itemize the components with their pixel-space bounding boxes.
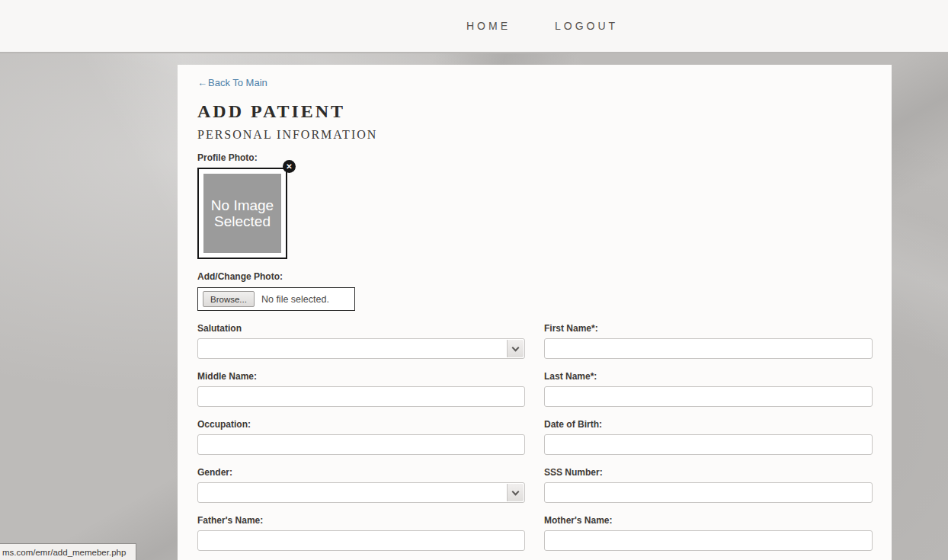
date-of-birth-input[interactable]: [544, 434, 873, 455]
fathers-name-field: Father's Name:: [197, 515, 525, 551]
file-status-text: No file selected.: [261, 294, 329, 305]
browser-status-bar: ms.com/emr/add_memeber.php: [0, 543, 136, 560]
nav-home-link[interactable]: HOME: [466, 20, 511, 32]
profile-photo-block: Profile Photo: No Image Selected ✕: [197, 152, 304, 259]
chevron-down-icon[interactable]: [507, 340, 524, 357]
sss-number-label: SSS Number:: [544, 467, 873, 478]
top-navbar: HOME LOGOUT: [0, 0, 948, 53]
mothers-name-field: Mother's Name:: [544, 515, 873, 551]
main-content-panel: ← Back To Main ADD PATIENT PERSONAL INFO…: [178, 65, 892, 560]
nav-menu: HOME LOGOUT: [0, 20, 618, 32]
back-arrow-icon: ←: [197, 77, 207, 88]
last-name-input[interactable]: [544, 386, 873, 407]
salutation-label: Salutation: [197, 323, 525, 334]
chevron-down-icon[interactable]: [507, 484, 524, 501]
salutation-field: Salutation: [197, 323, 525, 359]
personal-info-form: Salutation First Name*: Middle Name: Las…: [197, 323, 873, 551]
last-name-field: Last Name*:: [544, 371, 873, 407]
occupation-field: Occupation:: [197, 419, 525, 455]
middle-name-label: Middle Name:: [197, 371, 525, 382]
page-title: ADD PATIENT: [197, 101, 873, 122]
mothers-name-label: Mother's Name:: [544, 515, 873, 526]
occupation-label: Occupation:: [197, 419, 525, 430]
first-name-input[interactable]: [544, 338, 873, 359]
nav-logout-link[interactable]: LOGOUT: [555, 20, 618, 32]
date-of-birth-field: Date of Birth:: [544, 419, 873, 455]
back-link-label: Back To Main: [208, 77, 267, 88]
status-url-text: ms.com/emr/add_memeber.php: [2, 548, 126, 557]
first-name-field: First Name*:: [544, 323, 873, 359]
profile-photo-frame: No Image Selected: [197, 168, 287, 259]
fathers-name-input[interactable]: [197, 530, 525, 551]
no-image-placeholder: No Image Selected: [203, 174, 281, 253]
middle-name-input[interactable]: [197, 386, 525, 407]
salutation-select[interactable]: [197, 338, 525, 359]
add-change-photo-block: Add/Change Photo: Browse... No file sele…: [197, 271, 873, 311]
back-to-main-link[interactable]: ← Back To Main: [197, 77, 267, 88]
date-of-birth-label: Date of Birth:: [544, 419, 873, 430]
middle-name-field: Middle Name:: [197, 371, 525, 407]
photo-file-input[interactable]: Browse... No file selected.: [197, 287, 355, 311]
mothers-name-input[interactable]: [544, 530, 873, 551]
sss-number-input[interactable]: [544, 482, 873, 503]
gender-field: Gender:: [197, 467, 525, 503]
add-change-photo-label: Add/Change Photo:: [197, 271, 873, 282]
fathers-name-label: Father's Name:: [197, 515, 525, 526]
sss-number-field: SSS Number:: [544, 467, 873, 503]
gender-label: Gender:: [197, 467, 525, 478]
remove-photo-icon[interactable]: ✕: [283, 160, 296, 173]
gender-select[interactable]: [197, 482, 525, 503]
occupation-input[interactable]: [197, 434, 525, 455]
browse-button[interactable]: Browse...: [203, 291, 255, 307]
last-name-label: Last Name*:: [544, 371, 873, 382]
section-personal-information: PERSONAL INFORMATION: [197, 128, 873, 142]
first-name-label: First Name*:: [544, 323, 873, 334]
